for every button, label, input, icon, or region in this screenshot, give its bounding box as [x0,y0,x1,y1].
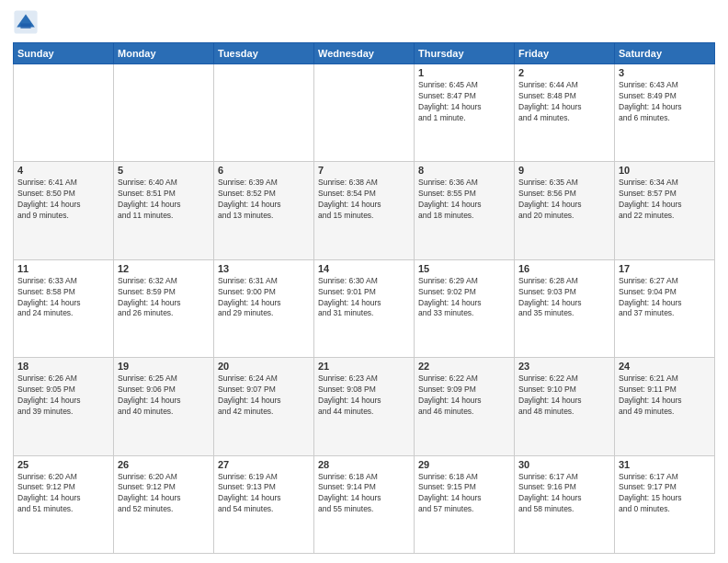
calendar-week-2: 4Sunrise: 6:41 AM Sunset: 8:50 PM Daylig… [14,162,715,259]
calendar-cell: 30Sunrise: 6:17 AM Sunset: 9:16 PM Dayli… [515,455,615,553]
day-info: Sunrise: 6:30 AM Sunset: 9:01 PM Dayligh… [318,276,410,320]
day-number: 20 [218,361,310,372]
day-number: 27 [218,459,310,470]
day-number: 30 [518,459,610,470]
calendar-cell: 3Sunrise: 6:43 AM Sunset: 8:49 PM Daylig… [615,64,715,162]
day-number: 13 [218,263,310,274]
calendar-cell [114,64,214,162]
col-tuesday: Tuesday [214,43,314,64]
day-number: 25 [17,459,109,470]
day-number: 3 [619,67,711,78]
day-number: 15 [418,263,510,274]
day-number: 28 [318,459,410,470]
day-info: Sunrise: 6:35 AM Sunset: 8:56 PM Dayligh… [518,178,610,222]
header [13,9,715,35]
calendar-cell: 7Sunrise: 6:38 AM Sunset: 8:54 PM Daylig… [314,162,415,259]
day-info: Sunrise: 6:17 AM Sunset: 9:16 PM Dayligh… [518,472,610,516]
day-info: Sunrise: 6:45 AM Sunset: 8:47 PM Dayligh… [418,80,510,124]
day-info: Sunrise: 6:22 AM Sunset: 9:10 PM Dayligh… [518,373,610,418]
calendar-cell: 31Sunrise: 6:17 AM Sunset: 9:17 PM Dayli… [615,455,715,553]
day-number: 29 [418,459,510,470]
calendar-week-4: 18Sunrise: 6:26 AM Sunset: 9:05 PM Dayli… [14,358,715,455]
day-number: 12 [118,263,210,274]
calendar-cell: 27Sunrise: 6:19 AM Sunset: 9:13 PM Dayli… [214,455,314,553]
day-info: Sunrise: 6:34 AM Sunset: 8:57 PM Dayligh… [619,178,711,222]
day-info: Sunrise: 6:33 AM Sunset: 8:58 PM Dayligh… [17,276,109,320]
calendar-week-5: 25Sunrise: 6:20 AM Sunset: 9:12 PM Dayli… [14,455,715,553]
day-info: Sunrise: 6:25 AM Sunset: 9:06 PM Dayligh… [118,373,210,418]
day-info: Sunrise: 6:39 AM Sunset: 8:52 PM Dayligh… [218,178,310,222]
day-info: Sunrise: 6:43 AM Sunset: 8:49 PM Dayligh… [619,80,711,124]
calendar-cell: 24Sunrise: 6:21 AM Sunset: 9:11 PM Dayli… [615,358,715,455]
calendar-cell: 23Sunrise: 6:22 AM Sunset: 9:10 PM Dayli… [515,358,615,455]
day-info: Sunrise: 6:23 AM Sunset: 9:08 PM Dayligh… [318,373,410,418]
calendar-cell: 25Sunrise: 6:20 AM Sunset: 9:12 PM Dayli… [14,455,114,553]
day-info: Sunrise: 6:44 AM Sunset: 8:48 PM Dayligh… [518,80,610,124]
day-number: 7 [318,165,410,176]
calendar-cell: 5Sunrise: 6:40 AM Sunset: 8:51 PM Daylig… [114,162,214,259]
day-number: 17 [619,263,711,274]
day-info: Sunrise: 6:17 AM Sunset: 9:17 PM Dayligh… [619,472,711,516]
day-info: Sunrise: 6:29 AM Sunset: 9:02 PM Dayligh… [418,276,510,320]
day-number: 1 [418,67,510,78]
col-sunday: Sunday [14,43,114,64]
calendar-cell: 1Sunrise: 6:45 AM Sunset: 8:47 PM Daylig… [415,64,515,162]
calendar-cell: 14Sunrise: 6:30 AM Sunset: 9:01 PM Dayli… [314,259,415,357]
calendar-cell: 4Sunrise: 6:41 AM Sunset: 8:50 PM Daylig… [14,162,114,259]
calendar-cell: 16Sunrise: 6:28 AM Sunset: 9:03 PM Dayli… [515,259,615,357]
col-saturday: Saturday [615,43,715,64]
col-friday: Friday [515,43,615,64]
calendar-cell: 18Sunrise: 6:26 AM Sunset: 9:05 PM Dayli… [14,358,114,455]
day-number: 16 [518,263,610,274]
day-info: Sunrise: 6:18 AM Sunset: 9:15 PM Dayligh… [418,472,510,516]
day-info: Sunrise: 6:19 AM Sunset: 9:13 PM Dayligh… [218,472,310,516]
calendar-cell: 21Sunrise: 6:23 AM Sunset: 9:08 PM Dayli… [314,358,415,455]
day-number: 2 [518,67,610,78]
day-number: 22 [418,361,510,372]
day-number: 21 [318,361,410,372]
calendar-cell: 19Sunrise: 6:25 AM Sunset: 9:06 PM Dayli… [114,358,214,455]
col-wednesday: Wednesday [314,43,415,64]
calendar-cell: 9Sunrise: 6:35 AM Sunset: 8:56 PM Daylig… [515,162,615,259]
day-info: Sunrise: 6:36 AM Sunset: 8:55 PM Dayligh… [418,178,510,222]
calendar-week-1: 1Sunrise: 6:45 AM Sunset: 8:47 PM Daylig… [14,64,715,162]
day-number: 8 [418,165,510,176]
day-info: Sunrise: 6:22 AM Sunset: 9:09 PM Dayligh… [418,373,510,418]
logo-icon [13,9,39,35]
day-info: Sunrise: 6:21 AM Sunset: 9:11 PM Dayligh… [619,373,711,418]
day-info: Sunrise: 6:41 AM Sunset: 8:50 PM Dayligh… [17,178,109,222]
calendar-cell [314,64,415,162]
calendar-cell: 20Sunrise: 6:24 AM Sunset: 9:07 PM Dayli… [214,358,314,455]
svg-rect-2 [20,23,30,29]
calendar-cell: 2Sunrise: 6:44 AM Sunset: 8:48 PM Daylig… [515,64,615,162]
calendar-cell: 11Sunrise: 6:33 AM Sunset: 8:58 PM Dayli… [14,259,114,357]
day-info: Sunrise: 6:32 AM Sunset: 8:59 PM Dayligh… [118,276,210,320]
calendar-cell [14,64,114,162]
calendar-cell: 17Sunrise: 6:27 AM Sunset: 9:04 PM Dayli… [615,259,715,357]
day-number: 19 [118,361,210,372]
day-info: Sunrise: 6:20 AM Sunset: 9:12 PM Dayligh… [118,472,210,516]
calendar-cell: 12Sunrise: 6:32 AM Sunset: 8:59 PM Dayli… [114,259,214,357]
calendar-cell [214,64,314,162]
calendar-header-row: Sunday Monday Tuesday Wednesday Thursday… [14,43,715,64]
day-info: Sunrise: 6:20 AM Sunset: 9:12 PM Dayligh… [17,472,109,516]
day-number: 10 [619,165,711,176]
day-number: 24 [619,361,711,372]
day-info: Sunrise: 6:40 AM Sunset: 8:51 PM Dayligh… [118,178,210,222]
day-info: Sunrise: 6:26 AM Sunset: 9:05 PM Dayligh… [17,373,109,418]
day-number: 14 [318,263,410,274]
logo [13,9,42,35]
calendar-cell: 26Sunrise: 6:20 AM Sunset: 9:12 PM Dayli… [114,455,214,553]
day-info: Sunrise: 6:38 AM Sunset: 8:54 PM Dayligh… [318,178,410,222]
page: Sunday Monday Tuesday Wednesday Thursday… [0,0,728,563]
calendar-cell: 29Sunrise: 6:18 AM Sunset: 9:15 PM Dayli… [415,455,515,553]
calendar-cell: 13Sunrise: 6:31 AM Sunset: 9:00 PM Dayli… [214,259,314,357]
calendar-table: Sunday Monday Tuesday Wednesday Thursday… [13,42,715,554]
day-info: Sunrise: 6:28 AM Sunset: 9:03 PM Dayligh… [518,276,610,320]
calendar-cell: 6Sunrise: 6:39 AM Sunset: 8:52 PM Daylig… [214,162,314,259]
day-number: 5 [118,165,210,176]
day-number: 6 [218,165,310,176]
day-info: Sunrise: 6:24 AM Sunset: 9:07 PM Dayligh… [218,373,310,418]
day-number: 9 [518,165,610,176]
day-number: 18 [17,361,109,372]
